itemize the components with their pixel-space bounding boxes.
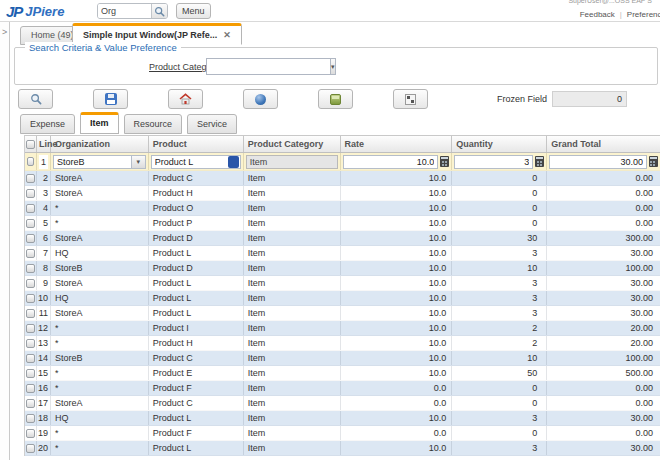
row-checkbox[interactable] (26, 204, 35, 213)
row-checkbox[interactable] (26, 354, 35, 363)
search-button[interactable] (18, 89, 53, 109)
column-quantity[interactable]: Quantity (452, 136, 547, 152)
table-row[interactable]: 6StoreAProduct DItem10.030300.00 (25, 231, 660, 246)
row-checkbox[interactable] (26, 384, 35, 393)
product-cell: Product L (149, 441, 244, 455)
column-grand-total[interactable]: Grand Total (547, 136, 660, 152)
quantity-input[interactable] (455, 157, 532, 167)
frozen-field-value[interactable]: 0 (552, 91, 627, 107)
row-checkbox[interactable] (26, 189, 35, 198)
column-product[interactable]: Product (149, 136, 244, 152)
calculator-icon[interactable] (440, 156, 449, 167)
column-product-category[interactable]: Product Category (244, 136, 341, 152)
organization-cell: StoreA (51, 306, 149, 320)
row-checkbox[interactable] (26, 414, 35, 423)
close-tab-icon[interactable]: ✕ (223, 26, 231, 44)
organization-input[interactable] (54, 157, 131, 167)
rate-cell: 10.0 (341, 291, 453, 305)
table-row[interactable]: 5*Product PItem10.000.00 (25, 216, 660, 231)
row-select-cell (25, 246, 37, 260)
home-button[interactable] (168, 89, 203, 109)
table-row[interactable]: 8StoreBProduct DItem10.010100.00 (25, 261, 660, 276)
table-row[interactable]: 9StoreAProduct LItem10.0330.00 (25, 276, 660, 291)
chevron-down-icon[interactable]: ▾ (131, 156, 145, 168)
table-row[interactable]: 7HQProduct LItem10.0330.00 (25, 246, 660, 261)
product-input[interactable] (152, 157, 227, 167)
calculator-icon[interactable] (649, 156, 658, 167)
row-checkbox[interactable] (26, 279, 35, 288)
quantity-cell: 10 (452, 351, 547, 365)
row-checkbox[interactable] (26, 339, 35, 348)
row-checkbox[interactable] (26, 174, 35, 183)
sidebar-expand-icon[interactable]: > (2, 27, 7, 37)
rate-input[interactable] (344, 157, 438, 167)
table-row[interactable]: 14StoreBProduct CItem10.010100.00 (25, 351, 660, 366)
column-organization[interactable]: Organization (51, 136, 149, 152)
app-logo[interactable]: JP JPiere (6, 2, 64, 20)
expand-record-button[interactable] (393, 89, 428, 109)
product-category-cell: Item (244, 396, 341, 410)
tab-item[interactable]: Item (80, 112, 119, 134)
table-row[interactable]: 15*Product EItem10.050500.00 (25, 366, 660, 381)
table-row[interactable]: 2StoreAProduct CItem10.000.00 (25, 171, 660, 186)
column-line[interactable]: Line (37, 136, 51, 152)
calculator-icon[interactable] (535, 156, 544, 167)
table-row[interactable]: 3StoreAProduct HItem10.000.00 (25, 186, 660, 201)
row-checkbox[interactable] (26, 429, 35, 438)
row-checkbox[interactable] (26, 234, 35, 243)
row-checkbox[interactable] (26, 294, 35, 303)
row-checkbox[interactable] (26, 249, 35, 258)
save-button[interactable] (93, 89, 128, 109)
row-checkbox[interactable] (26, 324, 35, 333)
feedback-link[interactable]: Feedback (580, 10, 615, 19)
organization-cell: * (51, 441, 149, 455)
table-row[interactable]: 11StoreAProduct LItem10.0330.00 (25, 306, 660, 321)
select-all-checkbox[interactable] (26, 140, 35, 149)
row-checkbox[interactable] (26, 309, 35, 318)
product-lookup-icon[interactable] (228, 156, 239, 168)
process-button[interactable] (243, 89, 278, 109)
product-cell: Product F (149, 381, 244, 395)
line-number: 1 (39, 155, 48, 169)
row-checkbox[interactable] (26, 219, 35, 228)
row-checkbox[interactable] (26, 264, 35, 273)
table-row[interactable]: 13*Product HItem10.0220.00 (25, 336, 660, 351)
row-checkbox[interactable] (26, 444, 35, 453)
table-row[interactable]: 10HQProduct LItem10.0330.00 (25, 291, 660, 306)
search-go-button[interactable] (151, 4, 167, 18)
table-row-selected[interactable]: 1 ▾ Item (25, 153, 660, 171)
row-checkbox[interactable] (26, 399, 35, 408)
menu-button[interactable]: Menu (176, 3, 211, 19)
preference-link[interactable]: Preference (627, 10, 660, 19)
table-row[interactable]: 17StoreAProduct CItem0.000.00 (25, 396, 660, 411)
select-all-cell (25, 136, 37, 152)
tab-service[interactable]: Service (187, 114, 237, 134)
tab-expense[interactable]: Expense (20, 114, 75, 134)
logo-text: JPiere (25, 4, 64, 19)
row-checkbox[interactable] (27, 157, 34, 166)
quantity-cell: 3 (452, 441, 547, 455)
table-row[interactable]: 19*Product FItem0.000.00 (25, 426, 660, 441)
tab-resource[interactable]: Resource (124, 114, 183, 134)
process-icon (255, 94, 266, 105)
table-row[interactable]: 12*Product IItem10.0220.00 (25, 321, 660, 336)
rate-cell: 10.0 (341, 276, 453, 290)
search-input[interactable] (98, 4, 151, 18)
product-category-cell: Item (244, 411, 341, 425)
grand-total-input[interactable] (550, 157, 646, 167)
row-checkbox[interactable] (26, 369, 35, 378)
column-rate[interactable]: Rate (341, 136, 453, 152)
organization-cell: * (51, 426, 149, 440)
quantity-cell: 3 (452, 291, 547, 305)
table-row[interactable]: 20*Product LItem10.0330.00 (25, 441, 660, 456)
product-category-readonly: Item (246, 155, 338, 169)
table-row[interactable]: 16*Product FItem0.000.00 (25, 381, 660, 396)
line-number-cell: 20 (37, 441, 51, 455)
grand-total-cell: 30.00 (547, 306, 660, 320)
delete-button[interactable] (318, 89, 353, 109)
table-row[interactable]: 4*Product OItem10.000.00 (25, 201, 660, 216)
table-row[interactable]: 18HQProduct LItem10.0330.00 (25, 411, 660, 426)
product-category-input[interactable] (206, 58, 330, 75)
chevron-down-icon[interactable]: ▾ (330, 58, 336, 75)
line-number-cell: 5 (37, 216, 51, 230)
